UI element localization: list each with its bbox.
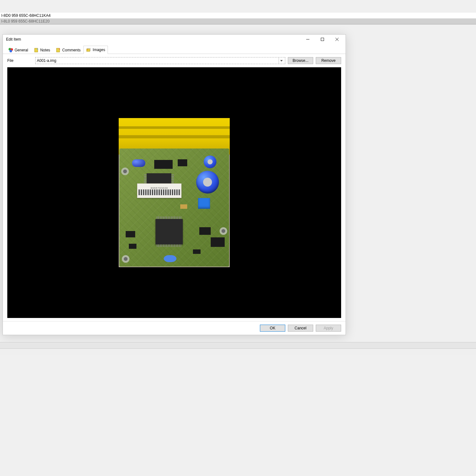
tab-images[interactable]: Images: [83, 46, 108, 54]
general-icon: [8, 48, 13, 53]
image-viewer: 8069783038: [7, 67, 341, 318]
barcode-icon: [139, 189, 180, 195]
remove-button[interactable]: Remove: [316, 57, 341, 64]
titlebar: Edit Item: [3, 35, 346, 44]
cancel-button[interactable]: Cancel: [288, 325, 313, 332]
dialog-button-row: OK Cancel Apply: [3, 321, 346, 335]
apply-button: Apply: [316, 325, 341, 332]
image-preview: 8069783038: [119, 118, 230, 267]
tab-general[interactable]: General: [5, 46, 31, 54]
minimize-button[interactable]: [301, 35, 315, 44]
parent-statusbars: [0, 342, 476, 355]
chevron-down-icon[interactable]: [279, 57, 284, 64]
svg-rect-1: [321, 38, 324, 41]
svg-point-6: [10, 50, 12, 52]
list-item[interactable]: I-8L0 959 655C-68HC11E20: [0, 18, 476, 24]
tab-label: General: [15, 48, 28, 52]
tab-notes[interactable]: Notes: [31, 46, 53, 54]
close-button[interactable]: [330, 35, 344, 44]
tab-label: Notes: [40, 48, 50, 52]
window-title: Edit Item: [6, 37, 301, 42]
tab-label: Comments: [62, 48, 81, 52]
tabstrip: General Notes Comments Images: [3, 44, 346, 54]
list-item[interactable]: I-8D0 959 655C-68HC11KA4: [0, 13, 476, 18]
comments-icon: [56, 48, 61, 53]
file-label: File: [7, 58, 33, 63]
edit-item-dialog: Edit Item General Notes Commen: [3, 34, 346, 335]
ok-button[interactable]: OK: [260, 325, 285, 332]
file-combo[interactable]: [35, 57, 285, 64]
notes-icon: [34, 48, 39, 53]
svg-point-11: [87, 50, 88, 50]
file-input[interactable]: [37, 58, 279, 63]
tab-label: Images: [93, 48, 105, 52]
svg-rect-10: [87, 49, 90, 51]
maximize-button[interactable]: [315, 35, 330, 44]
images-icon: [86, 47, 91, 52]
barcode-number: 8069783038: [151, 187, 168, 189]
file-row: File Browse... Remove: [3, 54, 346, 67]
browse-button[interactable]: Browse...: [288, 57, 313, 64]
tab-comments[interactable]: Comments: [53, 46, 83, 54]
background-list: I-8D0 959 655C-68HC11KA4 I-8L0 959 655C-…: [0, 13, 476, 24]
